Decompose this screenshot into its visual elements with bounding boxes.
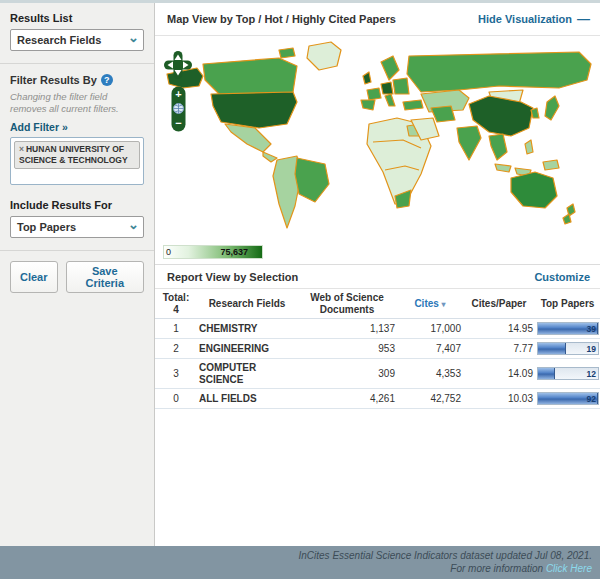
filter-note: Changing the filter field removes all cu… xyxy=(10,91,144,115)
region-north-america[interactable] xyxy=(167,42,341,162)
include-results-select[interactable]: Top Papers ⌄ xyxy=(10,216,144,238)
legend-min-label: 0 xyxy=(166,247,171,257)
footer-dataset-info: InCites Essential Science Indicators dat… xyxy=(0,550,592,563)
top-papers-bar: 12 xyxy=(537,367,599,380)
top-papers-value: 92 xyxy=(587,394,596,404)
active-filters-box: ×HUNAN UNIVERSITY OF SCIENCE & TECHNOLOG… xyxy=(10,137,144,185)
row-rank: 2 xyxy=(155,339,197,359)
cites-value: 42,752 xyxy=(397,389,463,409)
cites-value: 4,353 xyxy=(397,359,463,389)
region-asia[interactable] xyxy=(403,52,591,176)
customize-link[interactable]: Customize xyxy=(534,271,590,283)
cites-per-paper-value: 14.95 xyxy=(463,319,535,339)
results-list-value: Research Fields xyxy=(17,34,101,46)
top-papers-value: 19 xyxy=(587,344,596,354)
sidebar-divider xyxy=(0,250,154,251)
filter-tag-label: HUNAN UNIVERSITY OF SCIENCE & TECHNOLOGY xyxy=(19,144,128,165)
world-map-choropleth[interactable] xyxy=(159,36,599,240)
legend-max-label: 75,637 xyxy=(220,247,248,257)
cites-per-paper-value: 7.77 xyxy=(463,339,535,359)
customize-label: Customize xyxy=(534,271,590,283)
legend-gradient-bar: 0 75,637 xyxy=(163,245,263,259)
docs-value: 1,137 xyxy=(297,319,397,339)
top-papers-value: 39 xyxy=(587,324,596,334)
hide-visualization-link[interactable]: Hide Visualization — xyxy=(478,13,590,25)
row-rank: 1 xyxy=(155,319,197,339)
docs-value: 953 xyxy=(297,339,397,359)
help-icon[interactable]: ? xyxy=(101,74,113,86)
main-content: Map View by Top / Hot / Highly Cited Pap… xyxy=(155,3,600,546)
col-research-fields[interactable]: Research Fields xyxy=(197,289,297,319)
collapse-icon: — xyxy=(577,15,590,23)
include-results-value: Top Papers xyxy=(17,221,76,233)
map-legend: 0 75,637 xyxy=(155,240,600,264)
filter-results-label: Filter Results By xyxy=(10,74,97,86)
region-south-america[interactable] xyxy=(273,156,329,228)
col-cites-per-paper[interactable]: Cites/Paper xyxy=(463,289,535,319)
clear-button[interactable]: Clear xyxy=(10,261,58,293)
cites-value: 7,407 xyxy=(397,339,463,359)
top-papers-bar: 19 xyxy=(537,342,599,355)
report-view-title: Report View by Selection xyxy=(167,271,298,283)
field-link[interactable]: COMPUTER SCIENCE xyxy=(197,359,297,389)
field-link[interactable]: CHEMISTRY xyxy=(197,319,297,339)
region-europe[interactable] xyxy=(361,56,409,110)
click-here-link[interactable]: Click Here xyxy=(546,563,592,574)
include-results-label: Include Results For xyxy=(10,199,144,211)
zoom-in-icon[interactable]: + xyxy=(175,88,181,100)
chevron-down-icon: ⌄ xyxy=(128,33,139,43)
sort-desc-icon: ▾ xyxy=(442,300,446,309)
map-view-title: Map View by Top / Hot / Highly Cited Pap… xyxy=(167,13,396,25)
add-filter-link[interactable]: Add Filter » xyxy=(10,121,144,133)
total-header: Total:4 xyxy=(155,289,197,319)
footer: InCites Essential Science Indicators dat… xyxy=(0,546,600,579)
top-papers-bar: 92 xyxy=(537,392,599,405)
sidebar-divider xyxy=(0,63,154,64)
col-cites-sorted[interactable]: Cites ▾ xyxy=(397,289,463,319)
docs-value: 4,261 xyxy=(297,389,397,409)
map-view: + − xyxy=(155,36,600,240)
sidebar: Results List Research Fields ⌄ Filter Re… xyxy=(0,3,155,546)
col-top-papers[interactable]: Top Papers xyxy=(535,289,600,319)
table-row: 1 CHEMISTRY 1,137 17,000 14.95 39 xyxy=(155,319,600,339)
results-list-select[interactable]: Research Fields ⌄ xyxy=(10,29,144,51)
cites-value: 17,000 xyxy=(397,319,463,339)
table-row: 3 COMPUTER SCIENCE 309 4,353 14.09 12 xyxy=(155,359,600,389)
field-link[interactable]: ENGINEERING xyxy=(197,339,297,359)
chevron-down-icon: ⌄ xyxy=(128,220,139,230)
cites-per-paper-value: 14.09 xyxy=(463,359,535,389)
cites-per-paper-value: 10.03 xyxy=(463,389,535,409)
table-header-row: Total:4 Research Fields Web of ScienceDo… xyxy=(155,289,600,319)
row-rank: 0 xyxy=(155,389,197,409)
zoom-out-icon[interactable]: − xyxy=(175,117,181,129)
top-papers-value: 12 xyxy=(587,369,596,379)
map-pan-control[interactable] xyxy=(163,50,193,80)
save-criteria-button[interactable]: Save Criteria xyxy=(66,261,144,293)
map-zoom-control[interactable]: + − xyxy=(171,86,186,132)
footer-more-info: For more information Click Here xyxy=(0,563,592,576)
results-list-label: Results List xyxy=(10,12,144,24)
table-row: 2 ENGINEERING 953 7,407 7.77 19 xyxy=(155,339,600,359)
field-link[interactable]: ALL FIELDS xyxy=(197,389,297,409)
remove-filter-icon[interactable]: × xyxy=(19,144,24,154)
filter-tag[interactable]: ×HUNAN UNIVERSITY OF SCIENCE & TECHNOLOG… xyxy=(14,141,140,169)
docs-value: 309 xyxy=(297,359,397,389)
table-row: 0 ALL FIELDS 4,261 42,752 10.03 92 xyxy=(155,389,600,409)
row-rank: 3 xyxy=(155,359,197,389)
hide-visualization-label: Hide Visualization xyxy=(478,13,572,25)
top-papers-bar: 39 xyxy=(537,322,599,335)
report-table: Total:4 Research Fields Web of ScienceDo… xyxy=(155,289,600,409)
col-wos-documents[interactable]: Web of ScienceDocuments xyxy=(297,289,397,319)
